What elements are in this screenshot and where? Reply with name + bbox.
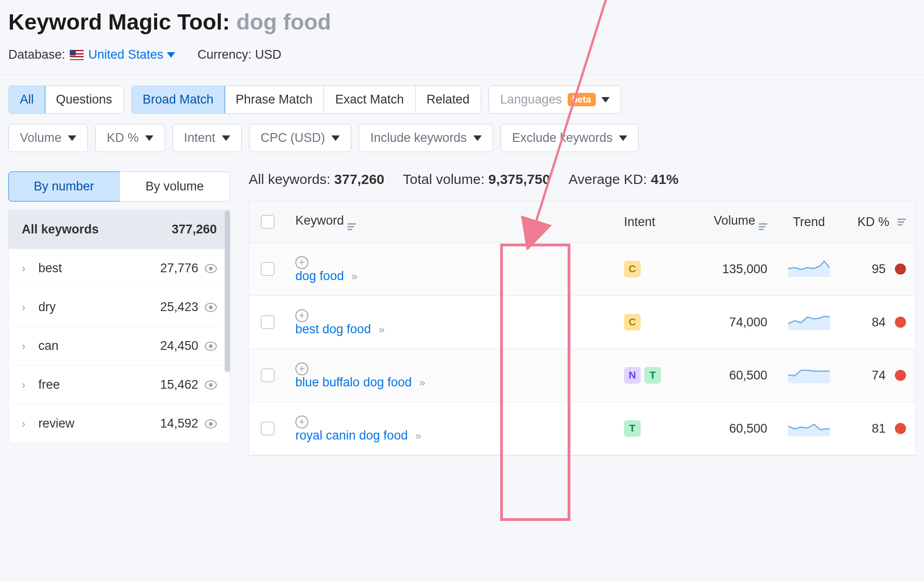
row-checkbox[interactable] <box>261 368 275 382</box>
match-related[interactable]: Related <box>416 86 481 113</box>
eye-icon[interactable] <box>205 303 217 312</box>
intent-badge-C: C <box>624 261 641 277</box>
stats-row: All keywords: 377,260 Total volume: 9,37… <box>249 171 916 187</box>
eye-icon[interactable] <box>205 264 217 273</box>
filter-volume[interactable]: Volume <box>8 124 88 152</box>
keyword-link[interactable]: best dog food» <box>295 322 606 336</box>
languages-dropdown[interactable]: Languages beta <box>489 86 621 114</box>
eye-icon[interactable] <box>205 419 217 428</box>
beta-badge: beta <box>568 93 596 106</box>
main-panel: All keywords: 377,260 Total volume: 9,37… <box>249 171 916 456</box>
view-by-volume[interactable]: By volume <box>119 172 230 201</box>
match-broad[interactable]: Broad Match <box>131 86 225 114</box>
add-icon[interactable]: + <box>295 256 308 269</box>
row-checkbox[interactable] <box>261 422 275 435</box>
tool-name: Keyword Magic Tool: <box>8 9 230 35</box>
sidebar-group-item[interactable]: ›can 24,450 <box>9 326 230 365</box>
col-kd[interactable]: KD % <box>841 203 915 241</box>
filter-include[interactable]: Include keywords <box>359 124 493 152</box>
trend-sparkline <box>788 365 830 383</box>
kd-value: 81 <box>872 422 886 436</box>
kd-dot-icon <box>895 423 906 434</box>
table-row: +blue buffalo dog food» NT 60,500 74 <box>249 349 915 402</box>
expand-icon: » <box>351 270 357 283</box>
intent-badge-N: N <box>624 367 641 384</box>
col-keyword[interactable]: Keyword <box>286 202 615 242</box>
match-exact[interactable]: Exact Match <box>324 86 416 113</box>
chevron-down-icon <box>473 135 482 141</box>
row-checkbox[interactable] <box>261 315 275 329</box>
scope-questions[interactable]: Questions <box>45 86 123 113</box>
keyword-link[interactable]: blue buffalo dog food» <box>295 375 606 390</box>
chevron-down-icon <box>619 135 627 141</box>
table-row: +best dog food» C 74,000 84 <box>249 296 915 349</box>
filter-kd[interactable]: KD % <box>95 124 165 152</box>
chevron-right-icon: › <box>22 340 30 353</box>
currency-label: Currency: USD <box>197 48 281 62</box>
page-header: Keyword Magic Tool: dog food Database: U… <box>0 0 924 75</box>
filter-exclude[interactable]: Exclude keywords <box>501 124 639 152</box>
intent-badge-T: T <box>624 420 641 437</box>
filter-cpc[interactable]: CPC (USD) <box>249 124 352 152</box>
volume-value: 135,000 <box>684 250 777 288</box>
table-row: +royal canin dog food» T 60,500 81 <box>249 402 915 455</box>
svg-marker-1 <box>788 316 830 330</box>
sidebar: By number By volume All keywords 377,260… <box>8 171 230 456</box>
trend-sparkline <box>788 418 830 436</box>
expand-icon: » <box>419 376 425 389</box>
group-name: can <box>38 339 59 353</box>
filter-intent[interactable]: Intent <box>172 124 242 152</box>
match-phrase[interactable]: Phrase Match <box>225 86 324 113</box>
all-keywords-row[interactable]: All keywords 377,260 <box>9 210 230 249</box>
col-intent[interactable]: Intent <box>615 203 684 241</box>
sidebar-group-item[interactable]: ›best 27,776 <box>9 249 230 287</box>
chevron-right-icon: › <box>22 417 30 430</box>
svg-marker-3 <box>788 424 830 436</box>
scrollbar[interactable] <box>225 210 230 372</box>
database-country: United States <box>88 48 163 62</box>
group-name: dry <box>38 300 56 314</box>
keyword-link[interactable]: dog food» <box>295 269 606 283</box>
add-icon[interactable]: + <box>295 362 308 375</box>
keyword-link[interactable]: royal canin dog food» <box>295 428 606 443</box>
chevron-down-icon <box>222 135 230 141</box>
sort-icon <box>898 219 906 226</box>
group-count: 15,462 <box>160 378 198 392</box>
sidebar-group-item[interactable]: ›dry 25,423 <box>9 287 230 326</box>
intent-badge-T: T <box>644 367 661 384</box>
add-icon[interactable]: + <box>295 416 308 428</box>
group-count: 27,776 <box>160 261 198 275</box>
col-trend[interactable]: Trend <box>777 203 841 241</box>
group-count: 14,592 <box>160 416 198 431</box>
group-count: 24,450 <box>160 339 198 353</box>
expand-icon: » <box>379 323 385 336</box>
keyword-table: Keyword Intent Volume Trend KD % +dog fo… <box>249 201 916 456</box>
kd-dot-icon <box>895 370 906 381</box>
svg-marker-2 <box>788 370 830 383</box>
scope-toggle: All Questions <box>8 86 124 114</box>
col-volume[interactable]: Volume <box>684 202 777 242</box>
database-selector[interactable]: Database: United States <box>8 48 175 62</box>
chevron-right-icon: › <box>22 262 30 275</box>
chevron-right-icon: › <box>22 301 30 314</box>
scope-all[interactable]: All <box>8 86 45 114</box>
group-count: 25,423 <box>160 300 198 314</box>
chevron-down-icon <box>601 97 610 103</box>
volume-value: 60,500 <box>684 410 777 448</box>
sort-icon <box>759 223 767 230</box>
sidebar-group-item[interactable]: ›review 14,592 <box>9 404 230 443</box>
select-all-checkbox[interactable] <box>261 215 275 229</box>
group-name: best <box>38 261 62 275</box>
add-icon[interactable]: + <box>295 309 308 322</box>
view-by-number[interactable]: By number <box>8 171 120 202</box>
chevron-down-icon <box>145 135 153 141</box>
row-checkbox[interactable] <box>261 262 275 276</box>
kd-value: 84 <box>872 315 886 330</box>
eye-icon[interactable] <box>205 342 217 351</box>
table-row: +dog food» C 135,000 95 <box>249 243 915 296</box>
us-flag-icon <box>70 50 84 60</box>
eye-icon[interactable] <box>205 380 217 390</box>
sidebar-group-item[interactable]: ›free 15,462 <box>9 365 230 404</box>
trend-sparkline <box>788 312 830 330</box>
chevron-down-icon <box>167 52 175 58</box>
